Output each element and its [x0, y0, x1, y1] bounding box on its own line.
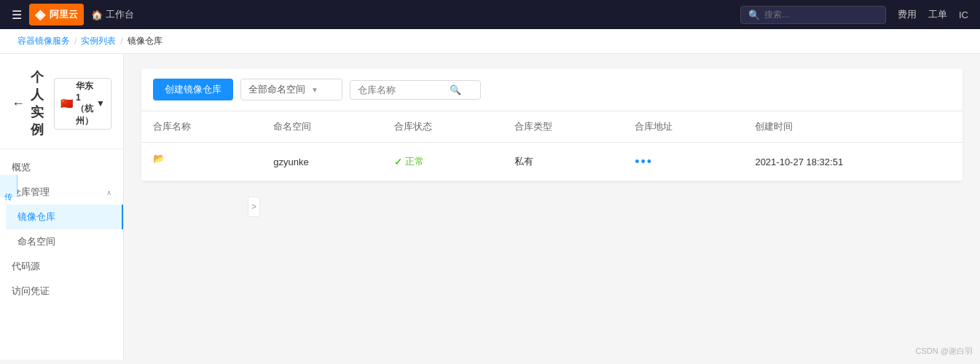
filter-arrow-icon: ▼ [311, 86, 318, 94]
logo-symbol: ◈ [35, 7, 45, 23]
sidebar-item-warehouse-mgmt[interactable]: 仓库管理 ∧ [0, 180, 123, 205]
cell-created-at: 2021-10-27 18:32:51 [743, 143, 963, 181]
cell-type: 私有 [503, 143, 623, 181]
home-icon: 🏠 [91, 9, 103, 20]
breadcrumb-current: 镜像仓库 [128, 35, 162, 47]
sidebar-overview-label: 概览 [12, 161, 31, 174]
col-header-created: 创建时间 [743, 111, 963, 143]
breadcrumb: 容器镜像服务 / 实例列表 / 镜像仓库 [0, 29, 980, 54]
create-mirror-repo-button[interactable]: 创建镜像仓库 [153, 79, 233, 100]
address-dots-menu[interactable]: ••• [635, 154, 653, 169]
sidebar-item-mirror-repo[interactable]: 镜像仓库 [6, 205, 123, 229]
upload-label: 传 [3, 183, 14, 189]
table-row: 📂gzyunke正常私有•••2021-10-27 18:32:51 [141, 143, 963, 181]
col-header-name: 合库名称 [141, 111, 262, 143]
col-header-type: 合库类型 [503, 111, 623, 143]
repo-name-link[interactable]: 📂 [153, 153, 170, 170]
sidebar-namespace-label: 命名空间 [17, 235, 55, 248]
main-layout: ← 个人实例 🇨🇳 华东1（杭州） ▼ 概览 仓库管理 ∧ 镜像仓库 命名空间 … [0, 54, 980, 360]
sidebar-item-namespace[interactable]: 命名空间 [6, 229, 123, 254]
repo-table: 合库名称 命名空间 合库状态 合库类型 合库地址 创建时间 📂gzyunke正常… [141, 111, 963, 181]
sidebar-mirror-label: 镜像仓库 [17, 210, 55, 223]
toolbar: 创建镜像仓库 全部命名空间 ▼ 🔍 [141, 68, 963, 111]
upload-sidebar-indicator[interactable]: 传 [0, 175, 17, 197]
collapse-chevron-icon: > [251, 202, 256, 212]
aliyun-logo[interactable]: ◈ 阿里云 [29, 4, 84, 25]
nav-link-fees[interactable]: 费用 [898, 8, 917, 21]
sidebar-item-code-source[interactable]: 代码源 [0, 254, 123, 279]
sidebar-item-access-credential[interactable]: 访问凭证 [0, 279, 123, 304]
repo-name-search[interactable]: 🔍 [350, 80, 481, 100]
table-header-row: 合库名称 命名空间 合库状态 合库类型 合库地址 创建时间 [141, 111, 963, 143]
logo-text: 阿里云 [50, 8, 78, 21]
col-header-namespace: 命名空间 [262, 111, 382, 143]
sidebar-subsection-warehouse: 镜像仓库 命名空间 [0, 205, 123, 254]
sidebar-collapse-button[interactable]: > [248, 197, 260, 217]
col-header-address: 合库地址 [623, 111, 743, 143]
cell-namespace: gzyunke [262, 143, 382, 181]
region-arrow: ▼ [96, 98, 105, 108]
search-input[interactable] [358, 84, 445, 95]
search-icon[interactable]: 🔍 [450, 84, 461, 95]
main-table-wrapper: 创建镜像仓库 全部命名空间 ▼ 🔍 合库名称 命名空间 合库状态 [141, 68, 963, 181]
cell-address[interactable]: ••• [623, 143, 743, 181]
breadcrumb-sep-0: / [74, 36, 77, 47]
sidebar-codesource-label: 代码源 [12, 260, 40, 273]
cell-repo-name[interactable]: 📂 [141, 143, 262, 181]
back-arrow-icon[interactable]: ← [12, 96, 25, 111]
hamburger-icon[interactable]: ☰ [12, 8, 22, 22]
top-navbar: ☰ ◈ 阿里云 🏠 工作台 🔍 费用 工单 IC [0, 0, 980, 29]
watermark: CSDN @谢白羽 [916, 346, 973, 357]
region-selector[interactable]: 🇨🇳 华东1（杭州） ▼ [54, 78, 111, 130]
breadcrumb-item-1[interactable]: 实例列表 [81, 35, 116, 47]
region-flag: 🇨🇳 [60, 98, 73, 109]
global-search-box[interactable]: 🔍 [740, 6, 886, 24]
sidebar: ← 个人实例 🇨🇳 华东1（杭州） ▼ 概览 仓库管理 ∧ 镜像仓库 命名空间 … [0, 54, 124, 360]
page-title: 个人实例 [31, 68, 44, 138]
workbench-label: 工作台 [106, 8, 134, 21]
nav-left: ☰ ◈ 阿里云 🏠 工作台 [12, 4, 134, 25]
search-icon: 🔍 [748, 9, 760, 20]
breadcrumb-sep-1: / [120, 36, 122, 47]
region-text: 华东1（杭州） [76, 80, 93, 127]
col-header-status: 合库状态 [383, 111, 503, 143]
nav-right: 🔍 费用 工单 IC [740, 6, 968, 24]
sidebar-access-label: 访问凭证 [12, 285, 50, 298]
sidebar-item-overview[interactable]: 概览 [0, 155, 123, 180]
global-search-input[interactable] [764, 9, 866, 20]
namespace-filter-label: 全部命名空间 [248, 83, 305, 96]
cell-status: 正常 [383, 143, 503, 181]
collapse-arrow-icon: ∧ [106, 189, 111, 197]
nav-link-ic[interactable]: IC [959, 9, 968, 20]
namespace-filter-select[interactable]: 全部命名空间 ▼ [240, 79, 342, 100]
page-title-row: ← 个人实例 🇨🇳 华东1（杭州） ▼ [0, 61, 123, 149]
breadcrumb-item-0[interactable]: 容器镜像服务 [17, 35, 70, 47]
workbench-link[interactable]: 🏠 工作台 [91, 8, 134, 21]
nav-link-ticket[interactable]: 工单 [928, 8, 947, 21]
